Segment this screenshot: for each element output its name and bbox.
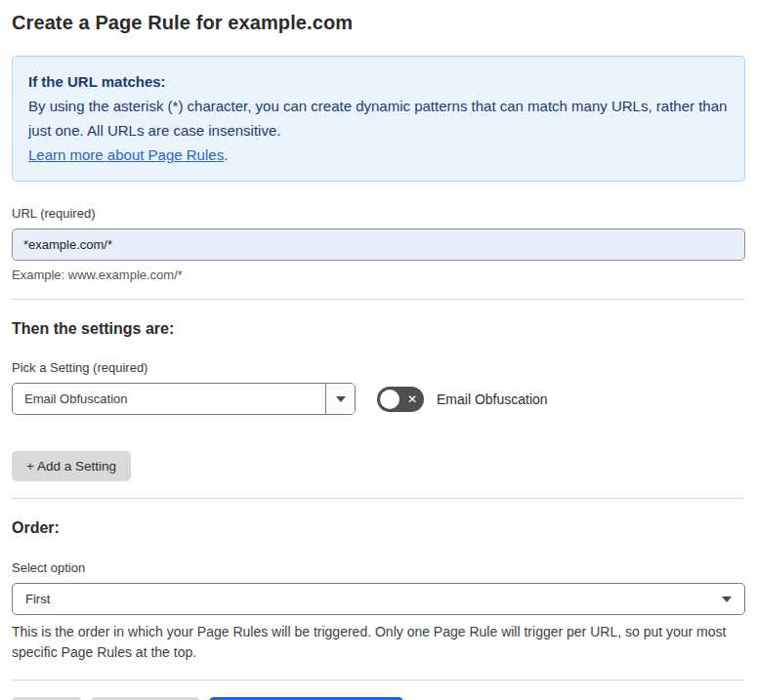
page-title: Create a Page Rule for example.com	[12, 12, 745, 34]
setting-dropdown[interactable]: Email Obfuscation	[12, 383, 356, 415]
setting-row: Email Obfuscation ✕ Email Obfuscation	[12, 383, 745, 415]
order-section-heading: Order:	[12, 519, 745, 537]
info-box-link-line: Learn more about Page Rules.	[28, 143, 729, 167]
url-field-label: URL (required)	[12, 206, 745, 221]
url-match-info-box: If the URL matches: By using the asteris…	[12, 56, 745, 182]
dropdown-arrow-button[interactable]	[325, 384, 355, 414]
chevron-down-icon	[336, 396, 346, 402]
order-select-value: First	[25, 592, 50, 606]
divider	[12, 498, 745, 499]
divider	[12, 299, 745, 300]
info-box-body: By using the asterisk (*) character, you…	[28, 94, 729, 143]
settings-section-heading: Then the settings are:	[12, 320, 745, 338]
url-input[interactable]	[12, 228, 745, 261]
toggle-group: ✕ Email Obfuscation	[377, 387, 548, 412]
toggle-off-x-icon: ✕	[407, 393, 417, 405]
email-obfuscation-toggle[interactable]: ✕	[377, 387, 424, 412]
select-option-label: Select option	[12, 560, 745, 575]
add-setting-button[interactable]: + Add a Setting	[12, 451, 131, 481]
info-box-heading: If the URL matches:	[28, 69, 729, 94]
order-select[interactable]: First	[12, 583, 745, 615]
chevron-down-icon	[722, 597, 732, 602]
learn-more-link[interactable]: Learn more about Page Rules	[28, 146, 224, 163]
page-rule-form: Create a Page Rule for example.com If th…	[0, 0, 757, 700]
setting-dropdown-value: Email Obfuscation	[13, 384, 325, 414]
divider	[12, 679, 745, 680]
link-suffix: .	[224, 146, 228, 163]
url-example-helper: Example: www.example.com/*	[12, 268, 745, 282]
toggle-knob	[380, 390, 400, 409]
pick-setting-label: Pick a Setting (required)	[12, 360, 745, 375]
toggle-label: Email Obfuscation	[437, 391, 548, 407]
order-helper-text: This is the order in which your Page Rul…	[12, 622, 735, 663]
